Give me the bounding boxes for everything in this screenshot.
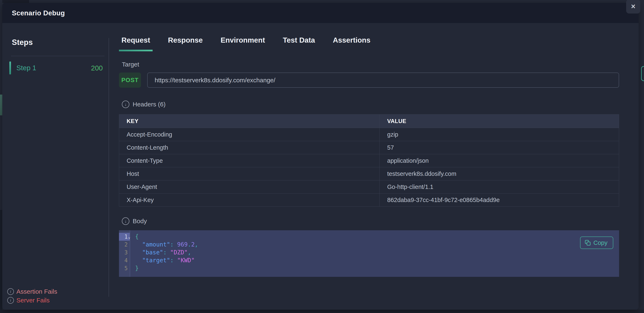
headers-table: KEY VALUE Accept-EncodinggzipContent-Len…	[119, 114, 619, 207]
header-key-cell: Content-Length	[119, 141, 380, 154]
scenario-debug-modal: Scenario Debug Steps Step 1200 iAssertio…	[2, 3, 638, 310]
body-code-editor[interactable]: 1∨{2 "amount": 969.2,3 "base": "DZD",4 "…	[119, 230, 619, 277]
code-text: "base": "DZD",	[130, 248, 191, 256]
body-section-title: Body	[133, 218, 147, 225]
code-text: "amount": 969.2,	[130, 241, 198, 248]
headers-table-head: KEY VALUE	[119, 115, 619, 128]
copy-icon	[584, 240, 591, 246]
header-key-cell: Accept-Encoding	[119, 128, 380, 141]
body-section-toggle[interactable]: ↓ Body	[122, 217, 619, 225]
info-icon: i	[7, 297, 14, 304]
target-row: POST	[119, 73, 619, 88]
code-text: "target": "KWD"	[130, 256, 195, 264]
tab-bar: RequestResponseEnvironmentTest DataAsser…	[119, 35, 619, 51]
fail-legend: iAssertion FailsiServer Fails	[7, 287, 57, 305]
steps-divider	[11, 56, 104, 56]
modal-body: Steps Step 1200 iAssertion FailsiServer …	[2, 23, 638, 310]
step-item[interactable]: Step 1200	[9, 62, 103, 74]
column-header-key: KEY	[119, 115, 380, 128]
header-key-cell: Host	[119, 167, 380, 180]
close-button[interactable]: ×	[626, 0, 640, 14]
headers-section-title: Headers (6)	[133, 101, 166, 108]
header-key-cell: Content-Type	[119, 154, 380, 167]
screen: Scenario Debug Steps Step 1200 iAssertio…	[0, 0, 644, 313]
line-number: 4	[119, 256, 130, 264]
server-fails-item[interactable]: iServer Fails	[7, 296, 57, 305]
line-number: 3	[119, 248, 130, 256]
line-number: 1∨	[119, 233, 130, 241]
headers-section-toggle[interactable]: ↓ Headers (6)	[122, 101, 619, 108]
method-badge: POST	[119, 73, 141, 88]
header-value-cell: 862daba9-37cc-41bf-9c72-e0865b4add9e	[380, 193, 619, 206]
table-row: X-Api-Key862daba9-37cc-41bf-9c72-e0865b4…	[119, 193, 619, 206]
info-icon: i	[7, 288, 14, 295]
step-status-code: 200	[91, 64, 103, 72]
background-tab-fragment	[0, 0, 29, 3]
copy-button-label: Copy	[593, 239, 608, 246]
tab-request[interactable]: Request	[119, 35, 152, 51]
table-row: Hosttestserverk8s.ddosify.com	[119, 167, 619, 180]
table-row: Accept-Encodinggzip	[119, 128, 619, 141]
assertion-fails-item[interactable]: iAssertion Fails	[7, 287, 57, 296]
line-number: 2	[119, 241, 130, 248]
modal-title: Scenario Debug	[12, 9, 65, 17]
step-label: Step 1	[16, 64, 36, 72]
background-bottom-strip	[0, 310, 644, 313]
request-panel: RequestResponseEnvironmentTest DataAsser…	[108, 23, 638, 310]
target-label: Target	[122, 61, 619, 68]
code-line: 3 "base": "DZD",	[119, 248, 619, 256]
background-left-teal-fragment	[0, 95, 2, 115]
table-row: Content-Typeapplication/json	[119, 154, 619, 167]
header-key-cell: User-Agent	[119, 180, 380, 193]
close-icon: ×	[631, 3, 635, 10]
server-fails-label: Server Fails	[16, 297, 50, 304]
step-active-bar	[9, 62, 11, 74]
code-line: 4 "target": "KWD"	[119, 256, 619, 264]
modal-header: Scenario Debug	[2, 3, 638, 23]
line-number: 5	[119, 264, 130, 272]
header-value-cell: Go-http-client/1.1	[380, 180, 619, 193]
header-value-cell: application/json	[380, 154, 619, 167]
header-value-cell: gzip	[380, 128, 619, 141]
collapse-arrow-icon: ↓	[122, 217, 129, 225]
code-text: }	[130, 264, 139, 272]
code-text: {	[130, 233, 139, 241]
collapse-arrow-icon: ↓	[122, 101, 129, 108]
code-line: 2 "amount": 969.2,	[119, 241, 619, 248]
steps-heading: Steps	[12, 38, 108, 47]
tab-assertions[interactable]: Assertions	[330, 35, 373, 51]
url-input[interactable]	[147, 73, 619, 88]
step-list: Step 1200	[2, 62, 108, 74]
code-lines: 1∨{2 "amount": 969.2,3 "base": "DZD",4 "…	[119, 233, 619, 272]
background-right-button-fragment	[641, 66, 644, 81]
header-key-cell: X-Api-Key	[119, 193, 380, 206]
header-value-cell: testserverk8s.ddosify.com	[380, 167, 619, 180]
copy-button[interactable]: Copy	[580, 236, 613, 249]
tab-response[interactable]: Response	[166, 35, 205, 51]
tab-environment[interactable]: Environment	[218, 35, 268, 51]
code-line: 5}	[119, 264, 619, 272]
assertion-fails-label: Assertion Fails	[16, 288, 57, 295]
table-row: User-AgentGo-http-client/1.1	[119, 180, 619, 193]
tab-test-data[interactable]: Test Data	[280, 35, 318, 51]
header-value-cell: 57	[380, 141, 619, 154]
code-line: 1∨{	[119, 233, 619, 241]
background-left-dark-fragment	[0, 210, 2, 310]
table-row: Content-Length57	[119, 141, 619, 154]
steps-sidebar: Steps Step 1200 iAssertion FailsiServer …	[2, 23, 108, 310]
column-header-value: VALUE	[380, 115, 619, 128]
